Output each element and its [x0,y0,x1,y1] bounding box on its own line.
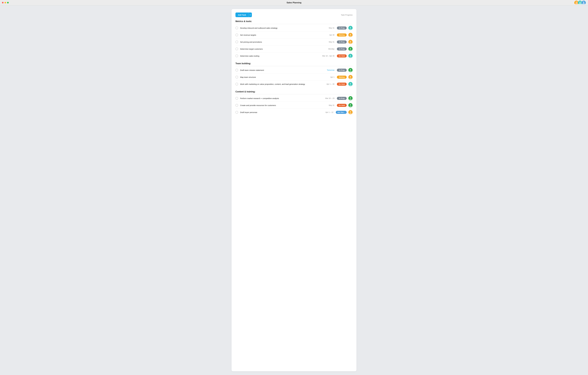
top-avatars [575,0,586,5]
task-checkbox[interactable] [235,27,238,29]
section-teambuilding: Team building:Draft team mission stateme… [235,62,353,87]
task-name: Develop inbound and outbound sales strat… [240,27,321,29]
svg-point-7 [583,1,584,3]
task-date: Apr 30 [321,34,335,36]
task-checkbox[interactable] [235,111,238,114]
task-checkbox[interactable] [235,69,238,71]
task-date: Mar 18 – Apr 30 [321,55,335,57]
task-progress-label: Task Progress [341,14,353,16]
avatar [348,82,353,86]
page-title: Sales Planning [287,1,302,4]
status-badge: In Prog [337,69,347,72]
task-name: Determine target customers [240,48,321,50]
svg-point-4 [579,1,581,3]
minimize-button[interactable] [5,2,6,3]
task-row: Draft team mission statementTomorrowIn P… [235,67,353,74]
task-name: Draft team mission statement [240,69,321,71]
task-row: Determine sales toolingMar 18 – Apr 30On… [235,53,353,59]
section-header-metrics: Metrics & tools: [235,20,353,24]
task-row: Draft buyer personasApr 1 – 12Not Star..… [235,109,353,116]
avatar [348,110,353,114]
avatar [348,26,353,30]
section-header-teambuilding: Team building: [235,62,353,66]
avatar [348,68,353,72]
task-card: Add Task ▾ Task Progress Metrics & tools… [231,9,357,371]
svg-point-37 [350,104,351,106]
status-badge: On Hold [337,104,347,107]
avatar [348,96,353,100]
status-badge: Waiting [337,76,347,79]
traffic-lights [2,2,9,3]
add-task-group[interactable]: Add Task ▾ [235,12,252,17]
task-name: Create and provide resources for custome… [240,104,321,106]
close-button[interactable] [2,2,4,3]
task-checkbox[interactable] [235,33,238,36]
avatar-user-3[interactable] [581,0,586,5]
task-name: Map team structure [240,76,321,78]
status-badge: In Prog [337,97,347,100]
main-content: Add Task ▾ Task Progress Metrics & tools… [0,5,588,375]
status-badge: On Hold [337,83,347,86]
section-metrics: Metrics & tools:Develop inbound and outb… [235,20,353,59]
avatar [348,47,353,51]
task-checkbox[interactable] [235,104,238,107]
status-badge: In Prog [337,47,347,51]
task-name: Work with marketing on value proposition… [240,83,321,85]
svg-point-28 [350,76,351,77]
svg-point-16 [350,41,351,42]
task-name: Draft buyer personas [240,111,320,113]
task-date: May 31 [321,41,335,43]
svg-point-34 [350,97,351,98]
avatar [348,75,353,79]
task-date: Mar 18 – 29 [321,97,335,99]
task-row: Create and provide resources for custome… [235,102,353,109]
status-badge: In Prog [337,26,347,30]
add-task-button[interactable]: Add Task [235,12,248,17]
task-date: Monday [321,48,335,50]
task-date: Apr 1 – 12 [320,111,333,113]
task-row: Perform market research + competitive an… [235,95,353,102]
task-row: Develop inbound and outbound sales strat… [235,24,353,32]
task-date: Apr 1 [321,76,335,78]
status-badge: Not Star... [336,111,347,114]
task-date: Tomorrow [321,69,335,71]
task-checkbox[interactable] [235,97,238,100]
task-row: Set revenue targetsApr 30Waiting [235,32,353,39]
task-name: Determine sales tooling [240,55,321,57]
avatar [348,33,353,37]
task-checkbox[interactable] [235,76,238,78]
svg-point-10 [350,27,351,28]
card-header: Add Task ▾ Task Progress [235,12,353,17]
section-content: Content & training:Perform market resear… [235,90,353,116]
task-name: Set revenue targets [240,34,321,36]
status-badge: In Prog [337,41,347,43]
status-badge: Waiting [337,33,347,36]
task-checkbox[interactable] [235,83,238,86]
avatar [348,103,353,107]
task-date: Apr 1 – 30 [321,83,335,85]
task-checkbox[interactable] [235,48,238,50]
section-header-content: Content & training: [235,90,353,94]
task-checkbox[interactable] [235,54,238,57]
task-row: Map team structureApr 1Waiting [235,74,353,81]
svg-point-22 [350,55,351,56]
add-task-dropdown-button[interactable]: ▾ [248,12,252,17]
title-bar: Sales Planning [0,0,588,5]
task-date: May 31 [321,27,335,29]
task-name: Perform market research + competitive an… [240,97,321,99]
maximize-button[interactable] [7,2,9,3]
svg-point-19 [350,48,351,49]
avatar [348,40,353,44]
task-name: Set pricing and promotions [240,41,321,43]
svg-point-25 [350,69,351,70]
svg-point-40 [350,111,351,112]
task-row: Set pricing and promotionsMay 31In Prog [235,39,353,45]
svg-point-13 [350,34,351,35]
task-checkbox[interactable] [235,41,238,43]
status-badge: On Hold [337,54,347,57]
task-row: Determine target customersMondayIn Prog [235,45,353,53]
sections-container: Metrics & tools:Develop inbound and outb… [235,20,353,116]
task-row: Work with marketing on value proposition… [235,81,353,87]
task-date: May 31 [321,104,335,106]
avatar [348,54,353,58]
